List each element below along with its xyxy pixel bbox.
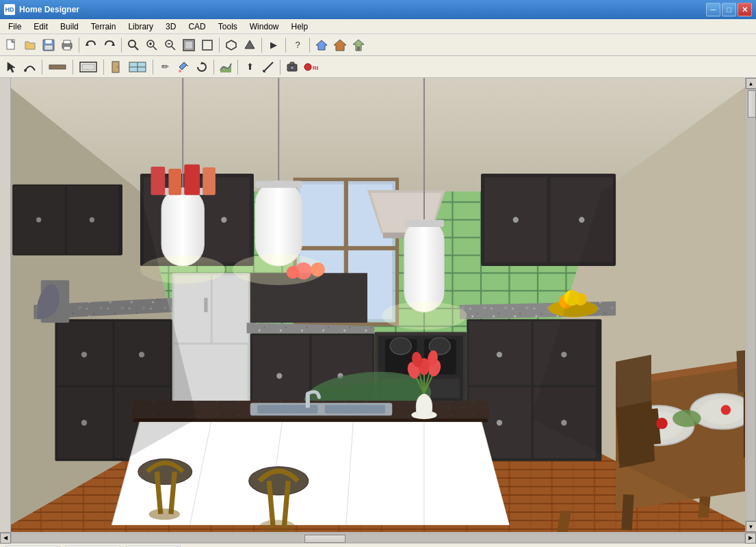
- separator-t7: [280, 59, 281, 75]
- zoom-in-button[interactable]: [143, 36, 161, 54]
- minimize-button[interactable]: ─: [706, 3, 720, 16]
- svg-point-45: [290, 66, 294, 70]
- svg-rect-209: [203, 168, 216, 195]
- svg-point-182: [382, 302, 467, 330]
- separator-t6: [237, 59, 238, 75]
- wall-tool-button[interactable]: [45, 58, 70, 76]
- toolbar-main: ▶ ?: [0, 34, 756, 56]
- svg-point-128: [497, 420, 502, 425]
- svg-point-124: [497, 351, 502, 357]
- print-button[interactable]: [58, 36, 76, 54]
- menu-3d[interactable]: 3D: [160, 21, 181, 33]
- svg-marker-28: [8, 62, 15, 72]
- scroll-right-arrow[interactable]: ▶: [745, 533, 756, 544]
- svg-rect-100: [204, 298, 207, 312]
- save-button[interactable]: [40, 36, 57, 54]
- viewport[interactable]: [11, 78, 745, 532]
- play-button[interactable]: ▶: [265, 36, 283, 54]
- svg-rect-6: [64, 40, 70, 44]
- close-button[interactable]: ✕: [738, 3, 752, 16]
- svg-rect-27: [357, 46, 360, 51]
- fit-window-button[interactable]: [198, 36, 216, 54]
- scroll-track[interactable]: [746, 89, 756, 521]
- svg-line-13: [153, 46, 157, 50]
- menu-window[interactable]: Window: [244, 21, 285, 33]
- svg-marker-24: [316, 40, 327, 50]
- svg-rect-194: [621, 494, 634, 531]
- camera-button[interactable]: [283, 58, 301, 76]
- new-button[interactable]: [3, 36, 21, 54]
- paint-tool-button[interactable]: [174, 58, 192, 76]
- svg-marker-23: [245, 40, 255, 49]
- open-button[interactable]: [21, 36, 39, 54]
- h-scroll-track[interactable]: [11, 533, 745, 543]
- view3d-button[interactable]: [222, 36, 240, 54]
- draw-arc-button[interactable]: [21, 58, 39, 76]
- maximize-button[interactable]: □: [722, 3, 736, 16]
- menu-tools[interactable]: Tools: [213, 21, 243, 33]
- undo-button[interactable]: [82, 36, 100, 54]
- bottom-scrollbar[interactable]: ◀ ▶: [0, 532, 756, 543]
- stairs-button[interactable]: ⬆: [241, 58, 259, 76]
- find-button[interactable]: [125, 36, 142, 54]
- svg-rect-32: [82, 64, 94, 70]
- menu-library[interactable]: Library: [122, 21, 159, 33]
- kitchen-scene: [11, 78, 745, 532]
- scroll-left-arrow[interactable]: ◀: [0, 533, 11, 544]
- edit-tool-button[interactable]: ✏: [156, 58, 174, 76]
- door-tool-button[interactable]: [107, 58, 125, 76]
- app-icon: HD: [4, 4, 15, 15]
- roof-button[interactable]: [331, 36, 349, 54]
- menu-bar: File Edit Build Terrain Library 3D CAD T…: [0, 19, 756, 34]
- separator-t1: [42, 59, 42, 75]
- separator-1: [79, 38, 79, 53]
- zoom-out-button[interactable]: [161, 36, 179, 54]
- terrain-tool-button[interactable]: [217, 58, 235, 76]
- measure-button[interactable]: [259, 58, 277, 76]
- svg-rect-78: [296, 246, 395, 250]
- svg-marker-22: [226, 40, 236, 50]
- separator-4: [261, 38, 262, 53]
- separator-t5: [213, 59, 214, 75]
- menu-file[interactable]: File: [3, 21, 27, 33]
- record-button[interactable]: REC: [302, 58, 320, 76]
- svg-point-178: [233, 254, 325, 285]
- menu-terrain[interactable]: Terrain: [86, 21, 122, 33]
- help-button[interactable]: ?: [289, 36, 307, 54]
- room-tool-button[interactable]: [76, 58, 101, 76]
- menu-build[interactable]: Build: [55, 21, 84, 33]
- svg-line-17: [172, 46, 175, 50]
- menu-edit[interactable]: Edit: [28, 21, 53, 33]
- scroll-down-arrow[interactable]: ▼: [746, 521, 757, 532]
- home-view-button[interactable]: [313, 36, 330, 54]
- menu-cad[interactable]: CAD: [183, 21, 211, 33]
- scroll-up-arrow[interactable]: ▲: [746, 78, 757, 89]
- scroll-thumb[interactable]: [748, 90, 756, 118]
- up-arrow-button[interactable]: [241, 36, 259, 54]
- select-tool-button[interactable]: [3, 58, 21, 76]
- house-3d-button[interactable]: [350, 36, 367, 54]
- svg-rect-98: [213, 275, 248, 343]
- svg-point-74: [221, 217, 226, 222]
- fit-all-button[interactable]: [180, 36, 198, 54]
- app-title: Home Designer: [19, 5, 706, 14]
- main-area: ▲ ▼: [0, 78, 756, 532]
- left-ruler: [0, 78, 11, 532]
- svg-rect-206: [151, 167, 166, 196]
- svg-rect-181: [404, 220, 444, 227]
- menu-help[interactable]: Help: [285, 21, 313, 33]
- rotate-button[interactable]: [193, 58, 211, 76]
- svg-rect-177: [255, 181, 302, 187]
- svg-rect-144: [325, 405, 385, 413]
- svg-point-114: [276, 373, 282, 379]
- svg-rect-30: [49, 65, 66, 69]
- svg-point-10: [129, 40, 135, 47]
- h-scroll-thumb[interactable]: [304, 535, 346, 543]
- svg-rect-172: [161, 188, 204, 266]
- redo-button[interactable]: [101, 36, 118, 54]
- right-scrollbar[interactable]: ▲ ▼: [745, 78, 756, 532]
- svg-point-47: [304, 64, 311, 70]
- separator-5: [285, 38, 286, 53]
- svg-point-87: [390, 338, 411, 355]
- window-tool-button[interactable]: [125, 58, 150, 76]
